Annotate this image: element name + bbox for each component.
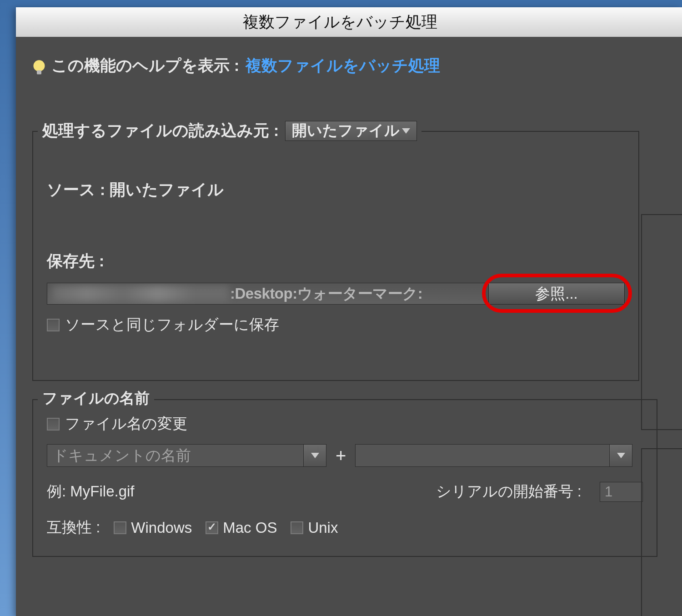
- help-link[interactable]: 複数ファイルをバッチ処理: [246, 55, 440, 76]
- name-pattern-row: ドキュメントの名前 +: [47, 444, 643, 467]
- compat-unix-item: Unix: [291, 519, 338, 536]
- chevron-down-icon: [311, 453, 319, 458]
- destination-path-field[interactable]: :Desktop:ウォーターマーク:: [47, 283, 486, 305]
- source-legend: 処理するファイルの読み込み元 : 開いたファイル: [38, 120, 421, 141]
- same-folder-row: ソースと同じフォルダーに保存: [47, 315, 625, 335]
- filename-fieldset: ファイルの名前 ファイル名の変更 ドキュメントの名前 +: [32, 399, 657, 557]
- rename-checkbox[interactable]: [47, 418, 60, 431]
- plus-separator: +: [336, 446, 346, 466]
- dialog-body: この機能のヘルプを表示 : 複数ファイルをバッチ処理 処理するファイルの読み込み…: [16, 37, 682, 616]
- titlebar: 複数ファイルをバッチ処理: [16, 7, 682, 37]
- serial-label: シリアルの開始番号 :: [436, 481, 582, 502]
- path-visible-segment: :Desktop:ウォーターマーク:: [230, 284, 422, 304]
- filename-legend: ファイルの名前: [38, 388, 154, 409]
- help-row: この機能のヘルプを表示 : 複数ファイルをバッチ処理: [32, 55, 682, 76]
- name-combo-1-button[interactable]: [304, 444, 326, 467]
- browse-button-label: 参照...: [535, 284, 578, 304]
- compat-unix-checkbox[interactable]: [291, 521, 303, 534]
- path-redacted-segment: [52, 285, 229, 302]
- name-combo-2: [355, 444, 632, 467]
- compat-unix-label: Unix: [308, 519, 338, 536]
- same-folder-label: ソースと同じフォルダーに保存: [65, 315, 279, 335]
- name-combo-2-input[interactable]: [355, 444, 610, 467]
- rename-label: ファイル名の変更: [65, 414, 187, 434]
- right-panel-outline-2: [641, 448, 682, 616]
- svg-rect-1: [37, 70, 41, 74]
- compat-macos-item: Mac OS: [206, 519, 277, 536]
- help-prefix: この機能のヘルプを表示 :: [51, 55, 239, 76]
- compatibility-row: 互換性 : Windows Mac OS Unix: [47, 517, 643, 538]
- right-panel-outline-1: [641, 214, 682, 430]
- serial-input[interactable]: 1: [600, 482, 643, 502]
- compat-macos-label: Mac OS: [223, 519, 277, 536]
- example-label: 例: MyFile.gif: [47, 481, 135, 502]
- chevron-down-icon: [617, 453, 625, 458]
- batch-dialog: 複数ファイルをバッチ処理 この機能のヘルプを表示 : 複数ファイルをバッチ処理 …: [16, 7, 682, 616]
- destination-path-row: :Desktop:ウォーターマーク: 参照...: [47, 283, 625, 305]
- compat-windows-item: Windows: [114, 519, 192, 536]
- compat-windows-label: Windows: [131, 519, 192, 536]
- chevron-down-icon: [402, 128, 410, 134]
- filename-legend-label: ファイルの名前: [42, 388, 150, 409]
- svg-point-0: [34, 60, 45, 71]
- example-serial-row: 例: MyFile.gif シリアルの開始番号 : 1: [47, 481, 643, 502]
- dialog-title: 複数ファイルをバッチ処理: [243, 11, 437, 33]
- compat-macos-checkbox[interactable]: [206, 521, 218, 534]
- browse-button-highlight: 参照...: [488, 283, 625, 305]
- name-combo-1-input[interactable]: ドキュメントの名前: [47, 444, 304, 467]
- source-dropdown[interactable]: 開いたファイル: [285, 121, 417, 141]
- lightbulb-icon: [32, 60, 45, 72]
- name-combo-2-button[interactable]: [610, 444, 632, 467]
- name-combo-1-value: ドキュメントの名前: [53, 446, 191, 466]
- name-combo-1: ドキュメントの名前: [47, 444, 326, 467]
- compat-label: 互換性 :: [47, 517, 100, 538]
- source-legend-label: 処理するファイルの読み込み元 :: [42, 120, 279, 141]
- source-fieldset: 処理するファイルの読み込み元 : 開いたファイル ソース : 開いたファイル 保…: [32, 131, 639, 381]
- source-value-label: ソース : 開いたファイル: [47, 179, 625, 200]
- compat-windows-checkbox[interactable]: [114, 521, 126, 534]
- serial-value: 1: [605, 484, 612, 500]
- source-dropdown-value: 開いたファイル: [292, 120, 400, 141]
- destination-label: 保存先 :: [47, 250, 625, 272]
- same-folder-checkbox[interactable]: [47, 319, 60, 331]
- browse-button[interactable]: 参照...: [488, 283, 625, 305]
- rename-row: ファイル名の変更: [47, 414, 643, 434]
